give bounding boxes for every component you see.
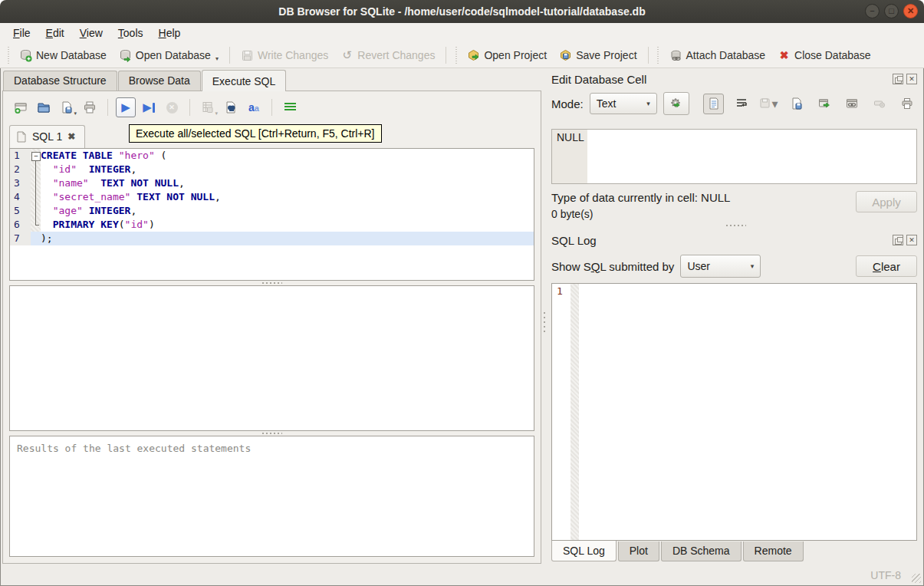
revert-changes-icon: ↺ — [340, 49, 353, 62]
close-database-button[interactable]: ✖ Close Database — [771, 46, 877, 65]
auto-switch-mode-button[interactable] — [663, 92, 689, 115]
tab-plot[interactable]: Plot — [618, 542, 659, 561]
save-sql-file-button[interactable]: ▾ — [57, 97, 77, 117]
open-project-button[interactable]: Open Project — [461, 46, 553, 65]
fold-marker-icon — [31, 163, 41, 176]
menu-edit[interactable]: Edit — [39, 25, 71, 41]
open-project-label: Open Project — [484, 49, 547, 61]
fold-marker-icon[interactable] — [31, 149, 41, 163]
toolbar-handle[interactable] — [6, 47, 10, 64]
word-wrap-button[interactable] — [731, 94, 751, 114]
open-in-external-button[interactable] — [814, 94, 834, 114]
cell-value-editor[interactable]: NULL — [551, 129, 917, 184]
code-line[interactable]: 5 "age" INTEGER, — [10, 204, 534, 218]
sql-log-close-button[interactable]: ✕ — [906, 235, 917, 245]
code-line[interactable]: 3 "name" TEXT NOT NULL, — [10, 176, 534, 190]
clear-log-button[interactable]: Clear — [856, 255, 917, 277]
cell-editor-toolbar: ▾ — [703, 94, 917, 114]
log-content[interactable] — [579, 284, 916, 540]
apply-button[interactable]: Apply — [856, 191, 917, 212]
sql-file-tab[interactable]: SQL 1 ✖ — [9, 125, 85, 148]
gear-icon — [669, 97, 683, 110]
tab-execute-sql[interactable]: Execute SQL — [202, 70, 287, 91]
cell-info: Type of data currently in cell: NULL 0 b… — [551, 191, 856, 220]
encoding-indicator[interactable]: UTF-8 — [870, 569, 901, 581]
find-replace-button[interactable] — [221, 97, 241, 117]
open-external-icon — [818, 97, 830, 110]
text-mode-button[interactable] — [703, 94, 724, 114]
results-grid[interactable] — [9, 285, 534, 431]
cell-type-info: Type of data currently in cell: NULL — [551, 191, 856, 204]
open-database-button[interactable]: Open Database ▾ — [113, 46, 225, 65]
save-sql-dropdown-icon[interactable]: ▾ — [74, 110, 77, 117]
panel-splitter[interactable] — [541, 68, 547, 564]
resize-grip[interactable] — [912, 574, 921, 583]
menu-help[interactable]: Help — [152, 25, 188, 41]
menu-view[interactable]: View — [73, 25, 110, 41]
tab-browse-data[interactable]: Browse Data — [118, 71, 201, 91]
import-cell-button[interactable]: ▾ — [758, 94, 779, 114]
code-line[interactable]: 7); — [10, 232, 534, 245]
save-results-button[interactable]: ▾ — [198, 97, 218, 117]
sql-toolbar-separator — [189, 99, 190, 116]
stop-execution-button[interactable]: ✕ — [162, 97, 182, 117]
write-changes-button[interactable]: Write Changes — [235, 46, 334, 65]
tab-sql-log[interactable]: SQL Log — [551, 541, 617, 561]
copy-link-button[interactable] — [841, 94, 862, 114]
attach-database-button[interactable]: Attach Database — [663, 46, 772, 65]
code-text: PRIMARY KEY("id") — [41, 218, 534, 232]
titlebar[interactable]: DB Browser for SQLite - /home/user/code/… — [0, 0, 924, 23]
execute-all-button[interactable]: ▶ — [116, 97, 136, 117]
maximize-button[interactable]: □ — [884, 4, 899, 18]
autocomplete-button[interactable]: aa — [244, 97, 264, 117]
open-sql-file-icon — [37, 100, 51, 114]
editor-results-splitter[interactable] — [9, 281, 534, 285]
new-database-button[interactable]: New Database — [13, 46, 113, 65]
print-cell-button[interactable] — [896, 94, 917, 114]
log-filter-select[interactable]: User ▾ — [680, 255, 761, 278]
minimize-button[interactable]: − — [865, 4, 880, 18]
dock-splitter[interactable] — [551, 220, 917, 231]
messages-placeholder: Results of the last executed statements — [17, 443, 251, 454]
set-null-button[interactable] — [869, 94, 889, 114]
execute-line-button[interactable]: ▶ — [139, 97, 159, 117]
results-messages-splitter[interactable] — [9, 431, 534, 436]
mode-select[interactable]: Text ▾ — [590, 93, 657, 114]
tab-remote[interactable]: Remote — [743, 542, 804, 561]
cell-value-area[interactable] — [587, 130, 916, 183]
toolbar-handle[interactable] — [656, 47, 660, 64]
app-window: DB Browser for SQLite - /home/user/code/… — [0, 0, 924, 586]
print-sql-button[interactable] — [80, 97, 100, 117]
open-database-dropdown-icon[interactable]: ▾ — [215, 55, 219, 62]
code-line[interactable]: 2 "id" INTEGER, — [10, 163, 534, 176]
sql-tab-close-icon[interactable]: ✖ — [67, 131, 75, 142]
code-text: CREATE TABLE "hero" ( — [41, 149, 534, 163]
sql-editor[interactable]: 1CREATE TABLE "hero" (2 "id" INTEGER,3 "… — [9, 148, 534, 281]
messages-pane[interactable]: Results of the last executed statements — [9, 436, 534, 557]
sql-log-area[interactable]: 1 — [551, 283, 917, 541]
code-line[interactable]: 4 "secret_name" TEXT NOT NULL, — [10, 190, 534, 204]
close-button[interactable]: ✕ — [903, 4, 918, 18]
save-results-dropdown-icon[interactable]: ▾ — [215, 110, 218, 117]
save-project-label: Save Project — [576, 49, 636, 61]
code-line[interactable]: 1CREATE TABLE "hero" ( — [10, 149, 534, 163]
open-sql-file-button[interactable] — [34, 97, 54, 117]
menu-file[interactable]: File — [6, 25, 38, 41]
line-number: 4 — [10, 190, 31, 204]
edit-cell-close-button[interactable]: ✕ — [906, 74, 917, 84]
menu-tools[interactable]: Tools — [111, 25, 150, 41]
save-project-button[interactable]: Save Project — [553, 46, 643, 65]
format-sql-icon — [284, 103, 296, 112]
toolbar-handle[interactable] — [454, 47, 458, 64]
tab-db-schema[interactable]: DB Schema — [661, 542, 742, 561]
stop-icon: ✕ — [166, 102, 178, 114]
format-sql-button[interactable] — [280, 97, 300, 117]
code-line[interactable]: 6 PRIMARY KEY("id") — [10, 218, 534, 232]
new-sql-tab-button[interactable] — [11, 97, 31, 117]
edit-cell-float-button[interactable] — [893, 74, 903, 84]
sql-log-float-button[interactable] — [893, 235, 903, 245]
export-cell-button[interactable] — [786, 94, 807, 114]
toolbar-separator — [446, 47, 446, 64]
revert-changes-button[interactable]: ↺ Revert Changes — [334, 46, 441, 65]
tab-database-structure[interactable]: Database Structure — [3, 71, 117, 91]
